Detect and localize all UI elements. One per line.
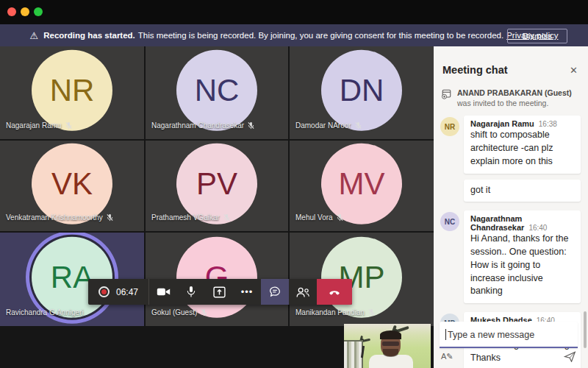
mic-off-icon	[336, 213, 344, 222]
hang-up-icon	[327, 286, 342, 299]
mic-off-icon	[223, 213, 231, 222]
timestamp: 16:38	[539, 120, 557, 128]
chat-scrollbar[interactable]	[584, 311, 587, 348]
participant-name: Prathamesh VGaikar	[151, 213, 220, 222]
person-hair	[380, 330, 401, 339]
send-icon[interactable]	[564, 351, 576, 362]
background-window	[344, 340, 363, 368]
participant-name: Nagarajan Ramu	[6, 121, 62, 130]
sender-name: Nagarathnam Chandrasekar	[470, 214, 524, 232]
chat-message[interactable]: NC Nagarathnam Chandrasekar16:40 Hi Anan…	[440, 210, 581, 303]
avatar: DN	[321, 50, 402, 131]
person-glasses	[382, 342, 399, 346]
more-options-button[interactable]: •••	[233, 279, 261, 305]
banner-bold-text: Recording has started.	[43, 31, 135, 40]
invite-icon	[441, 88, 452, 99]
minimize-window-icon[interactable]	[21, 7, 29, 16]
zoom-window-icon[interactable]	[34, 7, 43, 16]
timestamp: 16:40	[528, 224, 547, 232]
recording-indicator: 06:47	[88, 279, 149, 305]
mic-off-icon	[368, 308, 376, 316]
tripod	[361, 346, 365, 358]
share-screen-button[interactable]	[205, 279, 233, 305]
share-icon	[213, 286, 226, 298]
meeting-chat-panel: Meeting chat ✕ ANAND PRABAKARAN (Guest) …	[434, 46, 588, 368]
chat-button[interactable]	[261, 279, 289, 305]
mic-icon	[186, 286, 196, 298]
system-message: ANAND PRABAKARAN (Guest) was invited to …	[441, 88, 579, 108]
call-toolbar: 06:47 •••	[88, 279, 352, 305]
message-text: Hi Anand, thanks for the session.. One q…	[470, 233, 574, 298]
participant-name: Venkatraman Krishnamoorthy	[6, 213, 103, 222]
video-tile[interactable]: DN Damodar NAroor	[290, 46, 434, 139]
teams-meeting-window: ⚠ Recording has started. This meeting is…	[0, 0, 588, 368]
avatar: PV	[176, 143, 257, 224]
close-icon[interactable]: ✕	[570, 65, 578, 76]
mic-button[interactable]	[177, 279, 205, 305]
hang-up-button[interactable]	[317, 279, 352, 305]
participant-name: Manikandan Pandian	[295, 308, 365, 316]
mic-off-icon	[200, 308, 208, 316]
chat-message[interactable]: got it	[440, 180, 581, 202]
video-tile[interactable]: MV Mehul Vora	[290, 141, 434, 231]
message-text: shift to composable architecture -can pl…	[470, 129, 574, 168]
self-video-preview[interactable]	[344, 324, 431, 368]
camera-button[interactable]	[149, 279, 177, 305]
close-window-icon[interactable]	[7, 7, 16, 16]
participant-name: Damodar NAroor	[295, 121, 351, 130]
video-tile[interactable]: VK Venkatraman Krishnamoorthy	[0, 141, 144, 231]
avatar: G	[176, 236, 257, 317]
video-tile[interactable]: PV Prathamesh VGaikar	[146, 141, 288, 231]
system-message-text: ANAND PRABAKARAN (Guest) was invited to …	[457, 88, 579, 108]
camera-icon	[157, 286, 171, 297]
title-bar	[0, 0, 588, 24]
avatar: NR	[440, 117, 459, 136]
video-tile[interactable]: NC Nagarathnam Chandrasekar	[146, 46, 288, 139]
record-indicator-icon	[98, 286, 110, 297]
chat-icon	[268, 286, 282, 298]
avatar: NC	[176, 50, 257, 131]
chat-title: Meeting chat	[442, 64, 508, 76]
participant-name: Gokul (Guest)	[151, 308, 197, 316]
participants-button[interactable]	[289, 279, 317, 305]
call-timer: 06:47	[116, 287, 138, 297]
format-icon[interactable]: A✎	[441, 352, 453, 361]
message-text: got it	[470, 184, 574, 197]
participant-name: Mehul Vora	[295, 213, 333, 222]
mic-off-icon	[65, 121, 73, 130]
video-tile[interactable]: NR Nagarajan Ramu	[0, 46, 144, 139]
text-caret	[445, 329, 446, 340]
avatar: MV	[321, 143, 402, 224]
video-grid: NR Nagarajan Ramu NC Nagarathnam Chandra…	[0, 46, 434, 368]
dismiss-button[interactable]: Dismiss	[507, 29, 567, 43]
participant-name: Ravichandra G Annigeri	[6, 308, 84, 316]
message-composer: A✎	[440, 322, 578, 362]
mic-off-icon	[106, 213, 114, 222]
new-message-input[interactable]	[448, 330, 572, 340]
sender-name: Nagarajan Ramu	[470, 119, 534, 128]
recording-banner: ⚠ Recording has started. This meeting is…	[0, 24, 588, 46]
avatar: NC	[440, 212, 459, 231]
participant-name: Nagarathnam Chandrasekar	[151, 121, 244, 130]
chat-message[interactable]: NR Nagarajan Ramu16:38 shift to composab…	[440, 116, 581, 173]
mic-off-icon	[354, 121, 362, 130]
avatar: RA	[32, 236, 112, 317]
mic-off-icon	[247, 121, 255, 130]
banner-text: This meeting is being recorded. By joini…	[138, 31, 503, 40]
warning-icon: ⚠	[30, 31, 39, 40]
avatar: NR	[32, 50, 112, 131]
chat-header: Meeting chat ✕	[434, 46, 588, 83]
avatar: VK	[32, 143, 112, 224]
avatar: MP	[321, 236, 402, 317]
more-icon: •••	[241, 286, 254, 297]
people-icon	[295, 286, 310, 298]
person-beard	[383, 349, 398, 357]
